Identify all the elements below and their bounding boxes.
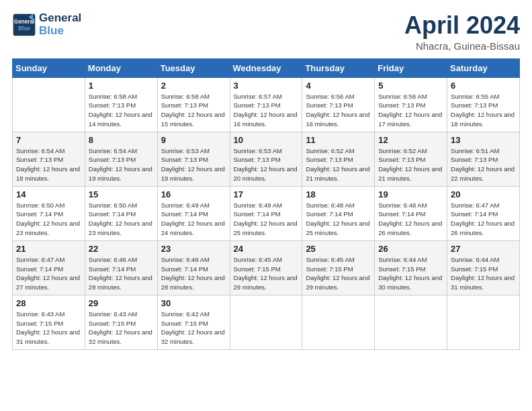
- logo-icon: General Blue: [12, 13, 36, 37]
- calendar-cell: 10Sunrise: 6:53 AMSunset: 7:13 PMDayligh…: [230, 132, 302, 186]
- day-number: 15: [89, 189, 154, 199]
- calendar-cell: 5Sunrise: 6:56 AMSunset: 7:13 PMDaylight…: [375, 77, 447, 132]
- calendar-cell: [302, 295, 375, 349]
- weekday-header-tuesday: Tuesday: [157, 58, 230, 77]
- weekday-header-monday: Monday: [85, 58, 157, 77]
- day-number: 14: [16, 189, 81, 199]
- day-info: Sunrise: 6:58 AMSunset: 7:13 PMDaylight:…: [89, 92, 154, 129]
- day-info: Sunrise: 6:55 AMSunset: 7:13 PMDaylight:…: [451, 92, 516, 129]
- day-number: 30: [161, 298, 226, 308]
- day-number: 6: [451, 81, 516, 91]
- logo: General Blue General Blue: [12, 12, 81, 37]
- day-number: 23: [161, 244, 226, 254]
- calendar-cell: 18Sunrise: 6:48 AMSunset: 7:14 PMDayligh…: [302, 186, 375, 240]
- calendar-cell: 27Sunrise: 6:44 AMSunset: 7:15 PMDayligh…: [447, 240, 520, 295]
- day-info: Sunrise: 6:48 AMSunset: 7:14 PMDaylight:…: [306, 201, 371, 238]
- day-info: Sunrise: 6:43 AMSunset: 7:15 PMDaylight:…: [89, 310, 154, 347]
- day-number: 29: [89, 298, 154, 308]
- day-info: Sunrise: 6:44 AMSunset: 7:15 PMDaylight:…: [451, 255, 516, 292]
- day-number: 20: [451, 189, 516, 199]
- calendar-cell: 4Sunrise: 6:56 AMSunset: 7:13 PMDaylight…: [302, 77, 375, 132]
- calendar-cell: [375, 295, 447, 349]
- day-info: Sunrise: 6:50 AMSunset: 7:14 PMDaylight:…: [16, 201, 81, 238]
- calendar-week-row: 14Sunrise: 6:50 AMSunset: 7:14 PMDayligh…: [13, 186, 520, 240]
- day-info: Sunrise: 6:44 AMSunset: 7:15 PMDaylight:…: [378, 255, 443, 292]
- weekday-header-wednesday: Wednesday: [230, 58, 302, 77]
- day-info: Sunrise: 6:49 AMSunset: 7:14 PMDaylight:…: [161, 201, 226, 238]
- calendar-cell: 9Sunrise: 6:53 AMSunset: 7:13 PMDaylight…: [157, 132, 230, 186]
- day-info: Sunrise: 6:51 AMSunset: 7:13 PMDaylight:…: [451, 146, 516, 183]
- day-info: Sunrise: 6:47 AMSunset: 7:14 PMDaylight:…: [451, 201, 516, 238]
- calendar-cell: 11Sunrise: 6:52 AMSunset: 7:13 PMDayligh…: [302, 132, 375, 186]
- day-info: Sunrise: 6:53 AMSunset: 7:13 PMDaylight:…: [161, 146, 226, 183]
- calendar-cell: 30Sunrise: 6:42 AMSunset: 7:15 PMDayligh…: [157, 295, 230, 349]
- calendar-week-row: 1Sunrise: 6:58 AMSunset: 7:13 PMDaylight…: [13, 77, 520, 132]
- calendar-cell: 23Sunrise: 6:46 AMSunset: 7:14 PMDayligh…: [157, 240, 230, 295]
- day-info: Sunrise: 6:46 AMSunset: 7:14 PMDaylight:…: [89, 255, 154, 292]
- day-info: Sunrise: 6:47 AMSunset: 7:14 PMDaylight:…: [16, 255, 81, 292]
- calendar-cell: 15Sunrise: 6:50 AMSunset: 7:14 PMDayligh…: [85, 186, 157, 240]
- day-number: 22: [89, 244, 154, 254]
- calendar-week-row: 28Sunrise: 6:43 AMSunset: 7:15 PMDayligh…: [13, 295, 520, 349]
- day-number: 27: [451, 244, 516, 254]
- day-info: Sunrise: 6:45 AMSunset: 7:15 PMDaylight:…: [306, 255, 371, 292]
- calendar-cell: [13, 77, 85, 132]
- day-number: 17: [234, 189, 299, 199]
- day-info: Sunrise: 6:57 AMSunset: 7:13 PMDaylight:…: [234, 92, 299, 129]
- day-number: 16: [161, 189, 226, 199]
- day-number: 19: [378, 189, 443, 199]
- day-info: Sunrise: 6:56 AMSunset: 7:13 PMDaylight:…: [378, 92, 443, 129]
- calendar-cell: 6Sunrise: 6:55 AMSunset: 7:13 PMDaylight…: [447, 77, 520, 132]
- day-number: 25: [306, 244, 371, 254]
- title-area: April 2024 Nhacra, Guinea-Bissau: [404, 12, 520, 52]
- day-number: 3: [234, 81, 299, 91]
- day-info: Sunrise: 6:43 AMSunset: 7:15 PMDaylight:…: [16, 310, 81, 347]
- calendar-cell: 24Sunrise: 6:45 AMSunset: 7:15 PMDayligh…: [230, 240, 302, 295]
- day-number: 26: [378, 244, 443, 254]
- logo-text: General Blue: [39, 12, 81, 37]
- day-info: Sunrise: 6:58 AMSunset: 7:13 PMDaylight:…: [161, 92, 226, 129]
- day-number: 9: [161, 135, 226, 145]
- calendar-cell: 2Sunrise: 6:58 AMSunset: 7:13 PMDaylight…: [157, 77, 230, 132]
- day-info: Sunrise: 6:50 AMSunset: 7:14 PMDaylight:…: [89, 201, 154, 238]
- day-number: 5: [378, 81, 443, 91]
- day-number: 18: [306, 189, 371, 199]
- calendar-cell: 17Sunrise: 6:49 AMSunset: 7:14 PMDayligh…: [230, 186, 302, 240]
- svg-text:General: General: [14, 19, 34, 25]
- calendar-cell: 1Sunrise: 6:58 AMSunset: 7:13 PMDaylight…: [85, 77, 157, 132]
- day-number: 1: [89, 81, 154, 91]
- header: General Blue General Blue April 2024 Nha…: [12, 12, 520, 52]
- calendar-cell: 14Sunrise: 6:50 AMSunset: 7:14 PMDayligh…: [13, 186, 85, 240]
- calendar-table: SundayMondayTuesdayWednesdayThursdayFrid…: [12, 58, 520, 350]
- day-number: 2: [161, 81, 226, 91]
- day-number: 11: [306, 135, 371, 145]
- day-info: Sunrise: 6:45 AMSunset: 7:15 PMDaylight:…: [234, 255, 299, 292]
- day-number: 12: [378, 135, 443, 145]
- day-info: Sunrise: 6:52 AMSunset: 7:13 PMDaylight:…: [378, 146, 443, 183]
- page: General Blue General Blue April 2024 Nha…: [0, 0, 532, 411]
- calendar-cell: 28Sunrise: 6:43 AMSunset: 7:15 PMDayligh…: [13, 295, 85, 349]
- calendar-cell: [447, 295, 520, 349]
- day-info: Sunrise: 6:54 AMSunset: 7:13 PMDaylight:…: [16, 146, 81, 183]
- day-number: 8: [89, 135, 154, 145]
- day-info: Sunrise: 6:54 AMSunset: 7:13 PMDaylight:…: [89, 146, 154, 183]
- day-number: 13: [451, 135, 516, 145]
- day-number: 28: [16, 298, 81, 308]
- calendar-cell: 16Sunrise: 6:49 AMSunset: 7:14 PMDayligh…: [157, 186, 230, 240]
- weekday-header-saturday: Saturday: [447, 58, 520, 77]
- calendar-cell: [230, 295, 302, 349]
- calendar-cell: 21Sunrise: 6:47 AMSunset: 7:14 PMDayligh…: [13, 240, 85, 295]
- calendar-cell: 19Sunrise: 6:48 AMSunset: 7:14 PMDayligh…: [375, 186, 447, 240]
- calendar-cell: 29Sunrise: 6:43 AMSunset: 7:15 PMDayligh…: [85, 295, 157, 349]
- svg-text:Blue: Blue: [18, 26, 30, 32]
- day-info: Sunrise: 6:49 AMSunset: 7:14 PMDaylight:…: [234, 201, 299, 238]
- weekday-header-thursday: Thursday: [302, 58, 375, 77]
- calendar-cell: 3Sunrise: 6:57 AMSunset: 7:13 PMDaylight…: [230, 77, 302, 132]
- day-info: Sunrise: 6:52 AMSunset: 7:13 PMDaylight:…: [306, 146, 371, 183]
- day-info: Sunrise: 6:56 AMSunset: 7:13 PMDaylight:…: [306, 92, 371, 129]
- calendar-cell: 22Sunrise: 6:46 AMSunset: 7:14 PMDayligh…: [85, 240, 157, 295]
- day-info: Sunrise: 6:53 AMSunset: 7:13 PMDaylight:…: [234, 146, 299, 183]
- calendar-week-row: 7Sunrise: 6:54 AMSunset: 7:13 PMDaylight…: [13, 132, 520, 186]
- calendar-cell: 7Sunrise: 6:54 AMSunset: 7:13 PMDaylight…: [13, 132, 85, 186]
- day-number: 21: [16, 244, 81, 254]
